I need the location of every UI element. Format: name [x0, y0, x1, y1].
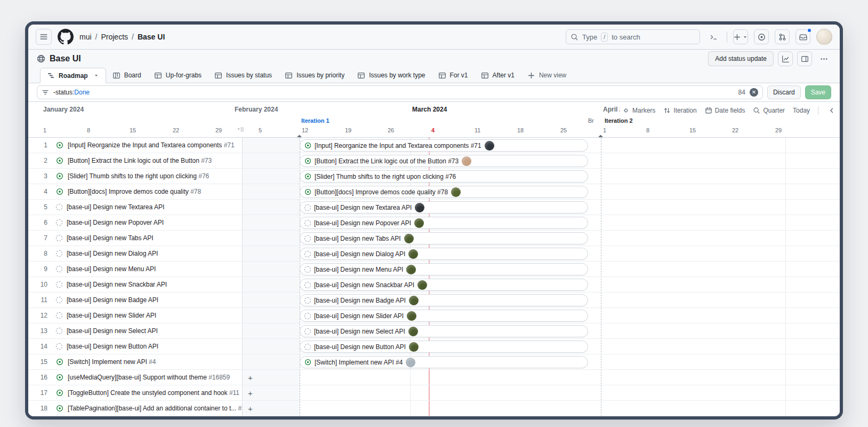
- side-panel-button[interactable]: [797, 51, 812, 66]
- roadmap-row: 18[TablePagination][base-ui] Add an addi…: [28, 401, 840, 416]
- timeline-bar[interactable]: [base-ui] Design new Dialog API: [300, 248, 588, 260]
- insights-button[interactable]: [778, 51, 793, 66]
- timeline-bar[interactable]: [base-ui] Design new Select API: [300, 325, 588, 337]
- markers-icon: [622, 107, 630, 114]
- issue-number: #78: [189, 188, 201, 195]
- global-nav-button[interactable]: [36, 29, 52, 45]
- tab-issues-by-status[interactable]: Issues by status: [208, 68, 278, 83]
- create-new-button[interactable]: [733, 29, 748, 44]
- table-row[interactable]: 14[base-ui] Design new Button API: [28, 339, 243, 354]
- timeline-bar[interactable]: [Switch] Implement new API #4: [300, 356, 588, 368]
- kebab-icon: [820, 55, 828, 63]
- zoom-level-button[interactable]: Quarter: [753, 107, 785, 114]
- table-row[interactable]: 18[TablePagination][base-ui] Add an addi…: [28, 401, 243, 416]
- row-title: [TablePagination][base-ui] Add an additi…: [68, 405, 242, 412]
- row-title: [Input] Reorganize the Input and Textare…: [68, 141, 235, 149]
- timeline-bar[interactable]: [Slider] Thumb shifts to the right upon …: [300, 170, 588, 183]
- add-date-button[interactable]: +: [245, 404, 255, 414]
- roadmap-row: 5[base-ui] Design new Textarea API[base-…: [28, 200, 840, 215]
- command-palette-button[interactable]: [706, 29, 721, 44]
- table-row[interactable]: 4[Button][docs] Improve demos code quali…: [28, 184, 243, 199]
- save-button[interactable]: Save: [805, 85, 831, 99]
- timeline-bar[interactable]: [base-ui] Design new Tabs API: [300, 232, 588, 244]
- table-row[interactable]: 10[base-ui] Design new Snackbar API: [28, 277, 243, 292]
- tab-board[interactable]: Board: [106, 68, 148, 83]
- date-fields-button[interactable]: Date fields: [705, 107, 745, 114]
- issue-opened-icon: [56, 172, 63, 180]
- timeline-bar[interactable]: [base-ui] Design new Badge API: [300, 294, 588, 306]
- table-row[interactable]: 8[base-ui] Design new Dialog API: [28, 246, 243, 261]
- add-date-button[interactable]: +: [245, 373, 255, 383]
- tab-label: After v1: [493, 72, 515, 79]
- user-avatar[interactable]: [816, 29, 832, 45]
- scroll-left-button[interactable]: [826, 105, 837, 116]
- tab-up-for-grabs[interactable]: Up-for-grabs: [148, 68, 208, 83]
- table-row[interactable]: 5[base-ui] Design new Textarea API: [28, 200, 243, 215]
- timeline-bar[interactable]: [base-ui] Design new Textarea API: [300, 201, 588, 213]
- timeline-bar[interactable]: [base-ui] Design new Slider API: [300, 310, 588, 322]
- tab-issues-by-work-type[interactable]: Issues by work type: [351, 68, 431, 83]
- draft-issue-icon: [56, 266, 62, 272]
- table-row[interactable]: 2[Button] Extract the Link logic out of …: [28, 153, 243, 168]
- timeline-bar[interactable]: [Button] Extract the Link logic out of t…: [300, 155, 588, 167]
- table-row[interactable]: 16[useMediaQuery][base-ui] Support witho…: [28, 370, 243, 385]
- roadmap-row: 7[base-ui] Design new Tabs API[base-ui] …: [28, 231, 840, 246]
- row-number: 16: [35, 374, 47, 381]
- filter-qualifier: -status:: [53, 89, 74, 96]
- markers-button[interactable]: Markers: [622, 107, 655, 114]
- tab-for-v1[interactable]: For v1: [432, 68, 475, 83]
- issue-number: #16859: [207, 374, 230, 381]
- row-number: 12: [35, 312, 47, 319]
- project-menu-button[interactable]: [816, 51, 831, 66]
- table-row[interactable]: 3[Slider] Thumb shifts to the right upon…: [28, 169, 243, 184]
- table-row[interactable]: 11[base-ui] Design new Badge API: [28, 292, 243, 307]
- pull-requests-button[interactable]: [775, 29, 790, 44]
- filter-input[interactable]: -status:Done 84 ✕: [37, 85, 763, 99]
- date-label: 5: [259, 127, 262, 133]
- table-row[interactable]: 15[Switch] Implement new API #4: [28, 354, 243, 369]
- iteration-button[interactable]: Iteration: [663, 107, 696, 114]
- bar-title: [base-ui] Design new Snackbar API: [314, 281, 414, 289]
- add-status-update-button[interactable]: Add status update: [708, 51, 774, 66]
- tab-issues-by-priority[interactable]: Issues by priority: [278, 68, 351, 83]
- table-icon: [481, 72, 489, 80]
- row-title: [base-ui] Design new Popover API: [67, 219, 164, 226]
- breadcrumb-projects[interactable]: Projects: [101, 33, 128, 41]
- timeline-bar[interactable]: [Button][docs] Improve demos code qualit…: [300, 186, 588, 198]
- terminal-icon: [710, 33, 718, 41]
- new-view-button[interactable]: New view: [521, 68, 573, 83]
- add-date-button[interactable]: +: [245, 388, 255, 398]
- breadcrumb-org[interactable]: mui: [79, 33, 92, 41]
- timeline-bar[interactable]: [base-ui] Design new Popover API: [300, 217, 588, 229]
- timeline-bar[interactable]: [base-ui] Design new Menu API: [300, 263, 588, 275]
- issues-button[interactable]: [754, 29, 769, 44]
- timeline-bar[interactable]: [base-ui] Design new Button API: [300, 341, 588, 353]
- bar-title: [base-ui] Design new Popover API: [314, 219, 411, 227]
- tab-after-v1[interactable]: After v1: [475, 68, 521, 83]
- tab-roadmap[interactable]: Roadmap: [40, 68, 106, 83]
- discard-button[interactable]: Discard: [767, 85, 801, 99]
- today-button[interactable]: Today: [793, 107, 810, 114]
- clear-filter-button[interactable]: ✕: [750, 88, 758, 97]
- table-row[interactable]: 9[base-ui] Design new Menu API: [28, 262, 243, 276]
- table-row[interactable]: 6[base-ui] Design new Popover API: [28, 215, 243, 230]
- table-row[interactable]: 12[base-ui] Design new Slider API: [28, 308, 243, 323]
- triangle-down-icon: [742, 34, 748, 40]
- github-logo[interactable]: [58, 29, 74, 45]
- search-input[interactable]: Type / to search: [566, 29, 700, 44]
- globe-icon: [37, 54, 45, 63]
- table-row[interactable]: 1[Input] Reorganize the Input and Textar…: [28, 138, 243, 153]
- view-tabs: RoadmapBoardUp-for-grabsIssues by status…: [28, 68, 840, 83]
- timeline-bar[interactable]: [Input] Reorganize the Input and Textare…: [300, 139, 588, 152]
- table-row[interactable]: 7[base-ui] Design new Tabs API: [28, 231, 243, 246]
- timeline-body: 1[Input] Reorganize the Input and Textar…: [28, 138, 840, 416]
- timeline-controls: Markers Iteration Date fields Quarter To…: [620, 103, 840, 117]
- issue-opened-icon: [304, 188, 311, 195]
- month-label: March 2024: [412, 106, 447, 113]
- table-row[interactable]: 13[base-ui] Design new Select API: [28, 323, 243, 338]
- timeline-bar[interactable]: [base-ui] Design new Snackbar API: [300, 279, 588, 291]
- pane-resize-handle[interactable]: +||: [237, 126, 244, 132]
- table-row[interactable]: 17[ToggleButton] Create the unstyled com…: [28, 385, 243, 400]
- project-header: Base UI Add status update: [28, 50, 840, 68]
- filter-icon: [42, 89, 49, 96]
